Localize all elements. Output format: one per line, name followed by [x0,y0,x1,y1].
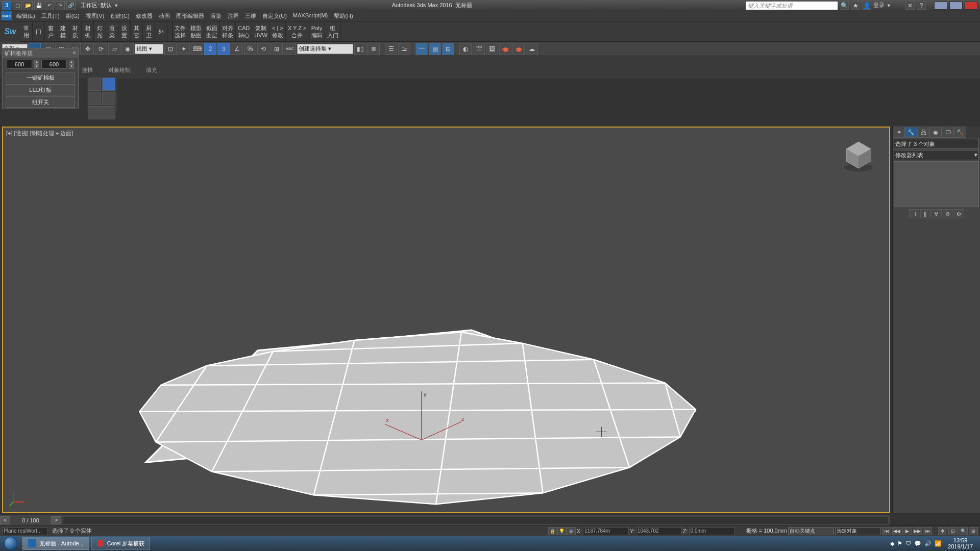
mirror-button[interactable]: ▮▯ [354,43,366,55]
ribbon-subtab[interactable]: Poly编辑 [309,21,325,41]
time-track[interactable] [63,517,888,524]
viewport-nav-3[interactable]: 🔍 [959,527,968,535]
menu-item[interactable]: MAXScript(M) [290,11,331,21]
coord-x[interactable]: 1187.784m [583,527,629,535]
led-panel-button[interactable]: LED灯板 [6,84,75,95]
ribbon-tab[interactable]: 常用 [20,21,33,41]
select-move-button[interactable]: ✥ [82,43,94,55]
tray-icon[interactable]: ◆ [890,540,894,547]
menu-item[interactable]: 修改器 [133,11,156,21]
save-icon[interactable]: 💾 [34,1,43,10]
isolate-icon[interactable]: 💡 [557,527,567,535]
menu-item[interactable]: 动画 [156,11,173,21]
next-frame-button[interactable]: ▶▶ [913,527,922,535]
start-button[interactable] [0,536,21,551]
select-rotate-button[interactable]: ⟳ [95,43,107,55]
render-iterative-button[interactable]: 🫖 [512,43,525,55]
ref-coord-dropdown[interactable]: 视图 ▾ [135,44,163,54]
ribbon-subtab[interactable]: 模型贴图 [188,21,204,41]
ribbon-tab[interactable]: 其它 [131,21,143,41]
spinner-icon[interactable]: ▲▼ [34,60,39,69]
ribbon-subtab[interactable]: CAD轴心 [236,21,252,41]
menu-item[interactable]: 渲染 [207,11,225,21]
chevron-down-icon[interactable]: ▼ [887,3,891,8]
snap-3d-button[interactable]: 3 [217,43,230,55]
ribbon-tab[interactable]: 设置 [118,21,131,41]
menu-item[interactable]: 帮助(H) [331,11,356,21]
tray-icon[interactable]: 💬 [914,540,921,547]
new-icon[interactable]: ▢ [13,1,22,10]
star-icon[interactable]: ★ [851,2,860,10]
prev-frame-button[interactable]: ◀◀ [892,527,901,535]
menu-item[interactable]: 视图(V) [83,11,108,21]
schematic-view-button[interactable]: ⊟ [442,43,454,55]
mini-btn-1[interactable] [88,78,101,91]
search-go-icon[interactable]: 🔍 [840,2,849,10]
redo-icon[interactable]: ↷ [56,1,65,10]
menu-item[interactable]: 编辑(E) [13,11,38,21]
max-logo-icon[interactable]: MAX [1,11,12,20]
goto-end-button[interactable]: ⏭ [923,527,932,535]
pin-stack-button[interactable]: ⊣ [909,209,919,218]
open-icon[interactable]: 📂 [23,1,33,10]
time-next-button[interactable]: > [51,516,61,524]
help-search-input[interactable]: 键入关键字或短语 [746,2,838,10]
goto-start-button[interactable]: ⏮ [882,527,891,535]
viewport-nav-2[interactable]: ⊡ [948,527,958,535]
ribbon-subtab[interactable]: < | >修改 [270,21,286,41]
chevron-down-icon[interactable]: ▼ [114,3,118,8]
menu-item[interactable]: 工具(T) [38,11,63,21]
abc-button[interactable]: ABC [284,43,296,55]
link-icon[interactable]: 🔗 [66,1,76,10]
ribbon-subtab[interactable]: X Y Z >合并 [286,21,309,41]
modifier-stack[interactable] [894,161,979,207]
height-input[interactable] [41,60,67,69]
menu-item[interactable]: 创建(C) [107,11,132,21]
menu-item[interactable]: 图形编辑器 [173,11,207,21]
mini-btn-2[interactable] [102,78,115,91]
configure-button[interactable]: ⚙ [954,209,964,218]
maximize-button[interactable] [949,2,963,10]
viewcube[interactable] [838,138,879,173]
volume-icon[interactable]: 🔊 [924,540,932,547]
edged-faces-button[interactable]: ⊞ [271,43,283,55]
snap-2d-button[interactable]: 2 [204,43,216,55]
dope-sheet-button[interactable]: ▤ [429,43,441,55]
render-frame-button[interactable]: 🖼 [486,43,498,55]
system-tray[interactable]: ◆ ⚑ 🛡 💬 🔊 📶 13:59 2019/1/17 [886,537,980,549]
viewport-canvas[interactable]: x z y [3,128,889,512]
taskbar-item-corel[interactable]: Corel 屏幕捕获 [91,537,150,550]
render-setup-button[interactable]: 🎬 [473,43,485,55]
ribbon-subtab[interactable]: 截面图层 [204,21,220,41]
spinner-icon[interactable]: ▲▼ [69,60,74,69]
one-click-ceiling-button[interactable]: 一键矿棉板 [6,72,75,83]
play-button[interactable]: ▶ [902,527,912,535]
viewport-label[interactable]: [+] [透视] [明暗处理 + 边面] [6,130,73,137]
render-production-button[interactable]: 🫖 [499,43,511,55]
minimize-button[interactable] [934,2,947,10]
ribbon-tab[interactable]: 材质 [69,21,82,41]
key-target-dropdown[interactable]: 选定对象 [835,527,881,535]
remove-mod-button[interactable]: ♻ [943,209,953,218]
ribbon-tab[interactable]: 窗户 [45,21,57,41]
panel-close-icon[interactable]: × [73,49,76,57]
help-icon[interactable]: ? [917,2,926,10]
tray-icon[interactable]: ⚑ [897,540,902,547]
tray-icon[interactable]: 🛡 [905,540,911,546]
ribbon-subtab[interactable]: 文件选择 [173,21,188,41]
taskbar-clock[interactable]: 13:59 2019/1/17 [945,537,976,549]
make-unique-button[interactable]: ∀ [932,209,942,218]
ribbon-tab[interactable]: 相机 [82,21,94,41]
ribbon-subtab[interactable]: 复制UVW [252,21,270,41]
lock-icon[interactable]: 🔒 [548,527,557,535]
width-input[interactable] [7,60,32,69]
placement-button[interactable]: ◉ [121,43,134,55]
menu-item[interactable]: 三维 [242,11,259,21]
create-tab[interactable]: ✦ [893,127,905,138]
motion-tab[interactable]: ◉ [929,127,942,138]
mini-btn-3[interactable] [88,92,101,105]
network-icon[interactable]: 📶 [935,540,942,547]
ribbon-subtab[interactable]: 对齐样条 [220,21,236,41]
group-switch-button[interactable]: 组开关 [6,96,75,108]
autokey-button[interactable]: 自动关键点 [788,527,834,535]
